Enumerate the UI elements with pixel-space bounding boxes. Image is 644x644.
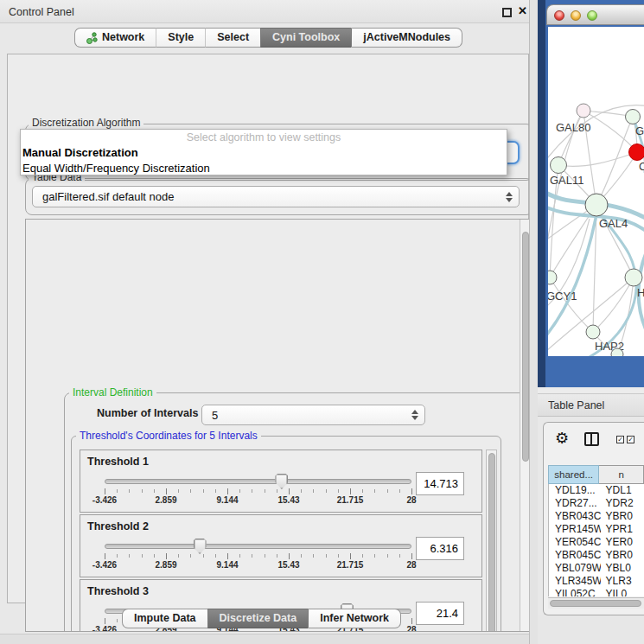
network-desktop: GAL80GCGAL11GAL4GCY1HHAP2	[538, 0, 644, 387]
tab-style[interactable]: Style	[156, 28, 205, 48]
scale-label: 28	[386, 560, 437, 570]
slider-tick	[178, 554, 179, 558]
threshold-value-field[interactable]: 21.4	[416, 602, 464, 625]
table-row[interactable]: YDR27...YDR2	[549, 497, 644, 510]
number-of-intervals-label: Number of Intervals	[97, 407, 198, 419]
slider-tick	[326, 554, 327, 558]
table-header-row: shared...n	[548, 465, 644, 484]
table-row[interactable]: YBR045CYBR0	[549, 549, 644, 562]
network-edge[interactable]	[558, 152, 637, 166]
thresholds-scrollbar[interactable]	[486, 450, 497, 632]
table-row[interactable]: YPR145WYPR1	[549, 523, 644, 536]
table-row[interactable]: YIL052CYIL0	[549, 588, 644, 596]
slider-tick	[277, 489, 277, 493]
number-of-intervals-combo[interactable]: 5	[201, 405, 425, 425]
tab-label: Discretize Data	[220, 609, 297, 628]
column-header-n[interactable]: n	[599, 465, 644, 484]
network-node-8[interactable]	[611, 348, 623, 356]
tab-label: jActiveMNodules	[363, 29, 450, 47]
table-row[interactable]: YER054CYER0	[549, 536, 644, 549]
slider-track[interactable]	[105, 479, 411, 484]
network-edge[interactable]	[596, 117, 633, 205]
tab-cyni-toolbox[interactable]: Cyni Toolbox	[260, 28, 351, 48]
network-edge[interactable]	[593, 277, 634, 332]
close-traffic-light-icon[interactable]	[554, 10, 564, 21]
slider-tick	[399, 554, 400, 558]
slider-tick	[350, 488, 351, 494]
threshold-value-field[interactable]: 14.713	[416, 472, 464, 495]
network-node-gal11[interactable]	[551, 157, 567, 174]
slider-tick	[190, 489, 191, 493]
table-row[interactable]: YDL19...YDL1	[549, 484, 644, 497]
float-window-icon[interactable]	[502, 8, 512, 17]
network-window-titlebar[interactable]	[546, 4, 644, 25]
column-header-shared[interactable]: shared...	[548, 465, 599, 484]
scale-label: 28	[386, 495, 437, 505]
slider-tick	[117, 489, 118, 493]
tab-discretize-data[interactable]: Discretize Data	[207, 609, 309, 628]
network-node-gcy1[interactable]	[548, 271, 557, 284]
slider-tick	[374, 554, 375, 558]
gear-icon[interactable]: ⚙	[555, 429, 569, 447]
interval-definition-title: Interval Definition	[69, 386, 156, 399]
slider-tick	[166, 553, 167, 559]
table-row[interactable]: YBR043CYBR0	[549, 510, 644, 523]
table-row[interactable]: YBL079WYBL0	[549, 562, 644, 575]
table-row[interactable]: YLR345WYLR3	[549, 575, 644, 588]
cell-shared-name: YER054C	[549, 536, 601, 549]
node-label: GAL11	[550, 174, 584, 187]
popup-hint: Select algorithm to view settings	[21, 130, 507, 145]
slider-tick	[154, 489, 155, 493]
zoom-traffic-light-icon[interactable]	[587, 10, 597, 21]
network-node-g[interactable]	[626, 110, 641, 124]
table-horizontal-scrollbar[interactable]	[548, 597, 644, 609]
cell-name: YBR0	[601, 549, 644, 562]
slider-tick	[301, 489, 302, 493]
slider-track[interactable]	[105, 544, 411, 549]
slider-tick	[117, 554, 118, 558]
slider-thumb[interactable]	[275, 474, 288, 489]
slider-tick	[387, 489, 388, 493]
network-node-c[interactable]	[629, 144, 644, 161]
tab-label: Select	[217, 29, 249, 47]
tab-jactivemnodules[interactable]: jActiveMNodules	[351, 28, 462, 48]
stepper-arrows-icon	[411, 410, 418, 420]
tab-network[interactable]: Network	[74, 28, 156, 48]
threshold-label: Threshold 1	[87, 456, 149, 468]
network-node-gal4[interactable]	[585, 194, 608, 216]
threshold-value-field[interactable]: 6.316	[416, 537, 464, 560]
scale-label: 9.144	[201, 560, 253, 570]
node-label: GAL80	[556, 121, 590, 134]
checkbox-icon[interactable]: ✓	[616, 436, 624, 443]
minimize-traffic-light-icon[interactable]	[571, 10, 581, 21]
table-data-combo[interactable]: galFiltered.sif default node	[32, 186, 520, 207]
column-layout-icon[interactable]	[584, 432, 599, 446]
algorithm-option-manual-discretization[interactable]: Manual Discretization	[21, 145, 507, 161]
scale-label: 2.859	[140, 495, 192, 505]
slider-tick	[277, 554, 277, 558]
tab-label: Infer Network	[320, 609, 389, 628]
cell-name: YLR3	[601, 575, 644, 588]
tab-infer-network[interactable]: Infer Network	[308, 609, 401, 628]
table-panel-header: Table Panel	[538, 393, 644, 417]
network-node-hap2[interactable]	[586, 325, 600, 339]
close-icon[interactable]: ✕	[518, 4, 527, 17]
network-canvas[interactable]: GAL80GCGAL11GAL4GCY1HHAP2	[548, 27, 644, 356]
tab-impute-data[interactable]: Impute Data	[122, 609, 207, 628]
slider-tick	[105, 488, 105, 494]
algorithm-option-equal-width-frequency-discretization[interactable]: Equal Width/Frequency Discretization	[21, 161, 507, 176]
checkbox-icon[interactable]: ✓	[627, 436, 634, 443]
network-node-gal80[interactable]	[577, 104, 590, 118]
slider-tick	[105, 618, 105, 624]
slider-tick	[289, 488, 290, 494]
tab-select[interactable]: Select	[205, 28, 260, 48]
control-panel: Control Panel ✕ NetworkStyleSelectCyni T…	[0, 0, 530, 644]
slider-tick	[265, 554, 265, 558]
slider-thumb[interactable]	[194, 539, 207, 554]
scale-label: 15.43	[263, 560, 315, 570]
network-node-h[interactable]	[625, 269, 642, 286]
slider-tick	[374, 489, 375, 493]
cell-name: YIL0	[601, 588, 644, 596]
scale-label: 15.43	[263, 495, 315, 505]
panel-splitter[interactable]	[530, 0, 538, 644]
